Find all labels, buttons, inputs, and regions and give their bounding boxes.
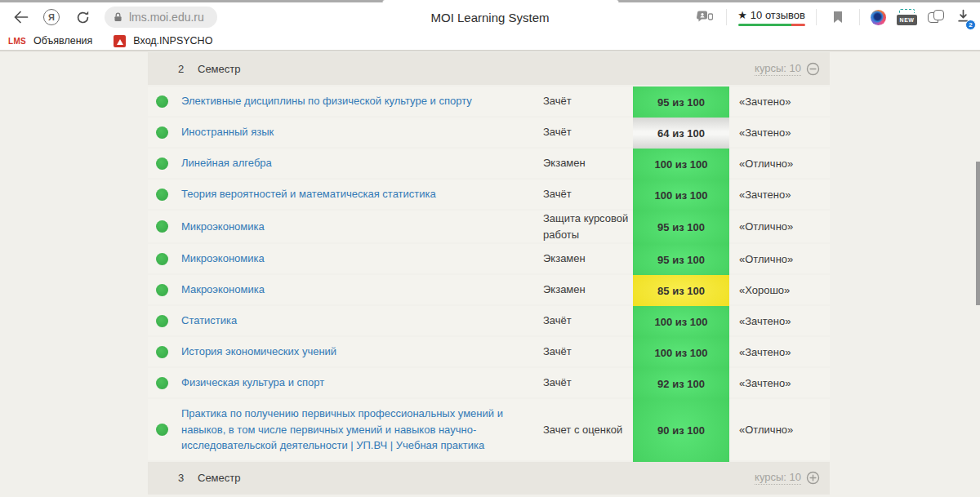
course-title-link[interactable]: История экономических учений — [181, 337, 543, 366]
assessment-type: Зачёт — [543, 344, 633, 360]
yandex-icon: Я — [43, 9, 60, 25]
course-grade-row: Теория вероятностей и математическая ста… — [148, 180, 830, 209]
bookmark-flag-icon — [832, 11, 844, 24]
toolbar-separator — [859, 9, 860, 25]
assessment-type: Зачёт — [543, 186, 633, 202]
course-title-link[interactable]: Микроэкономика — [181, 244, 543, 273]
lock-icon — [113, 11, 123, 23]
assessment-type: Зачёт — [543, 93, 633, 109]
rating-bar-positive — [738, 24, 792, 26]
site-reviews[interactable]: ★ 10 отзывов — [737, 9, 805, 26]
bookmark-inpsycho-login[interactable]: Вход.INPSYCHO — [114, 35, 212, 47]
courses-count-link[interactable]: курсы: 10 — [755, 471, 801, 485]
status-dot-icon — [156, 189, 168, 201]
reviews-count-label: 10 отзывов — [751, 9, 805, 21]
semester-section-header: 3 Семестр курсы: 10 — [148, 462, 830, 495]
grade-value: «Зачтено» — [729, 377, 830, 389]
course-title-link[interactable]: Иностранный язык — [181, 118, 543, 147]
course-title-link[interactable]: Статистика — [181, 306, 543, 335]
course-status-cell — [148, 126, 181, 139]
course-title-link[interactable]: Физическая культура и спорт — [181, 368, 543, 397]
semester-title: Семестр — [198, 472, 240, 484]
star-icon: ★ — [737, 9, 747, 21]
course-status-cell — [148, 284, 181, 296]
assessment-type: Зачёт — [543, 313, 633, 329]
chat-button[interactable] — [694, 7, 715, 28]
courses-count-link[interactable]: курсы: 10 — [755, 62, 801, 76]
score-cell: 64 из 100 — [633, 118, 729, 149]
bookmarks-bar: LMS Объявления Вход.INPSYCHO — [0, 32, 980, 50]
bookmark-page-button[interactable] — [827, 7, 849, 28]
new-extension-icon[interactable]: NEW — [897, 9, 917, 25]
collections-extension-icon[interactable] — [928, 10, 946, 24]
status-dot-icon — [156, 126, 168, 139]
rating-bar-negative — [791, 24, 804, 26]
semester-number: 2 — [178, 63, 198, 75]
status-dot-icon — [156, 346, 168, 358]
back-arrow-icon — [13, 11, 29, 24]
course-status-cell — [148, 253, 181, 265]
grades-table: 2 Семестр курсы: 10 Элективные дисциплин… — [148, 52, 830, 496]
status-dot-icon — [156, 95, 168, 108]
score-cell: 95 из 100 — [633, 87, 729, 118]
address-bar[interactable]: lms.moi.edu.ru — [105, 7, 217, 28]
assessment-type: Экзамен — [543, 282, 633, 298]
status-dot-icon — [156, 220, 168, 233]
course-title-link[interactable]: Практика по получению первичных професси… — [181, 399, 543, 460]
browser-extension-icon[interactable] — [871, 10, 886, 25]
chat-icon — [697, 11, 713, 24]
course-title-link[interactable]: Макроэкономика — [181, 275, 543, 304]
score-cell: 95 из 100 — [633, 211, 729, 244]
inpsycho-favicon — [114, 35, 126, 47]
downloads-button[interactable]: 2 — [956, 9, 970, 26]
course-status-cell — [148, 95, 181, 108]
score-cell: 92 из 100 — [633, 368, 729, 399]
bookmark-label: Вход.INPSYCHO — [133, 35, 212, 47]
assessment-type: Защита курсовой работы — [543, 211, 633, 242]
course-grade-row: Микроэкономика Защита курсовой работы 95… — [148, 211, 830, 242]
course-title-link[interactable]: Теория вероятностей и математическая ста… — [181, 180, 543, 209]
course-title-link[interactable]: Линейная алгебра — [181, 149, 543, 178]
course-grade-row: Микроэкономика Экзамен 95 из 100 «Отличн… — [148, 244, 830, 273]
course-grade-row: Физическая культура и спорт Зачёт 92 из … — [148, 368, 830, 397]
expand-section-icon[interactable] — [806, 471, 820, 485]
back-button[interactable] — [10, 7, 31, 28]
course-status-cell — [148, 424, 181, 436]
assessment-type: Зачёт — [543, 124, 633, 140]
grade-value: «Отлично» — [729, 220, 830, 233]
course-status-cell — [148, 315, 181, 327]
course-status-cell — [148, 189, 181, 201]
grade-value: «Зачтено» — [729, 346, 830, 358]
course-title-link[interactable]: Элективные дисциплины по физической куль… — [181, 87, 543, 116]
new-icon-dashes — [899, 9, 915, 13]
grade-value: «Хорошо» — [729, 284, 830, 296]
semester-number: 3 — [178, 472, 198, 484]
bookmark-lms-announcements[interactable]: LMS Объявления — [8, 35, 92, 47]
assessment-type: Зачет с оценкой — [543, 422, 633, 438]
refresh-button[interactable] — [72, 7, 93, 28]
new-icon-badge: NEW — [897, 15, 917, 25]
lms-favicon: LMS — [8, 37, 26, 46]
url-text: lms.moi.edu.ru — [129, 11, 204, 24]
bookmark-label: Объявления — [33, 35, 92, 47]
toolbar-separator — [726, 9, 727, 25]
grade-value: «Зачтено» — [729, 189, 830, 201]
course-grade-row: Иностранный язык Зачёт 64 из 100 «Зачтен… — [148, 118, 830, 147]
vertical-scrollbar-thumb[interactable] — [976, 162, 980, 305]
course-grade-row: Элективные дисциплины по физической куль… — [148, 87, 830, 116]
reviews-rating-bar — [738, 24, 805, 26]
semester-title: Семестр — [198, 63, 240, 75]
yandex-services-button[interactable]: Я — [41, 7, 62, 28]
refresh-icon — [76, 11, 90, 24]
assessment-type: Экзамен — [543, 251, 633, 267]
score-cell: 100 из 100 — [633, 149, 729, 180]
semester-courses-toggle[interactable]: курсы: 10 — [755, 471, 820, 485]
course-title-link[interactable]: Микроэкономика — [181, 212, 543, 242]
course-grade-row: Практика по получению первичных професси… — [148, 399, 830, 460]
status-dot-icon — [156, 253, 168, 265]
course-grade-row: Линейная алгебра Экзамен 100 из 100 «Отл… — [148, 149, 830, 178]
semester-courses-toggle[interactable]: курсы: 10 — [755, 62, 820, 76]
toolbar-right: ★ 10 отзывов NEW — [694, 7, 970, 28]
assessment-type: Экзамен — [543, 155, 633, 171]
collapse-section-icon[interactable] — [806, 62, 820, 76]
